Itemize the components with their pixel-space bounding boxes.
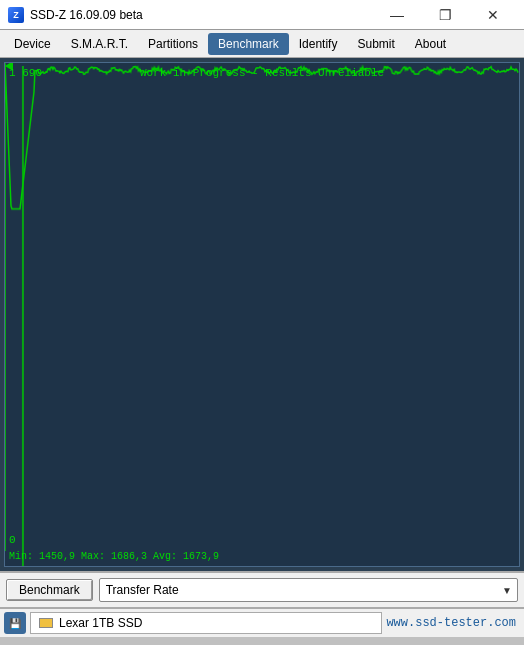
status-icon: 💾 <box>4 612 26 634</box>
menu-bar: Device S.M.A.R.T. Partitions Benchmark I… <box>0 30 524 58</box>
chart-title: Work in Progress - Results Unreliable <box>140 67 384 79</box>
status-bar: 💾 Lexar 1TB SSD www.ssd-tester.com <box>0 607 524 637</box>
main-content: 1 690 Work in Progress - Results Unrelia… <box>0 58 524 607</box>
menu-partitions[interactable]: Partitions <box>138 33 208 55</box>
menu-benchmark[interactable]: Benchmark <box>208 33 289 55</box>
menu-smart[interactable]: S.M.A.R.T. <box>61 33 138 55</box>
dropdown-container: Transfer Rate Access Time IOPS ▼ <box>99 578 518 602</box>
menu-submit[interactable]: Submit <box>347 33 404 55</box>
minimize-button[interactable]: — <box>374 1 420 29</box>
bottom-controls: Benchmark Transfer Rate Access Time IOPS… <box>0 571 524 607</box>
window-title: SSD-Z 16.09.09 beta <box>30 8 374 22</box>
benchmark-chart <box>5 63 519 566</box>
maximize-button[interactable]: ❐ <box>422 1 468 29</box>
title-bar: Z SSD-Z 16.09.09 beta — ❐ ✕ <box>0 0 524 30</box>
benchmark-button[interactable]: Benchmark <box>6 579 93 601</box>
transfer-type-dropdown[interactable]: Transfer Rate Access Time IOPS <box>99 578 518 602</box>
chart-container: 1 690 Work in Progress - Results Unrelia… <box>4 62 520 567</box>
chart-area: 1 690 Work in Progress - Results Unrelia… <box>0 58 524 571</box>
website-label: www.ssd-tester.com <box>386 616 520 630</box>
menu-device[interactable]: Device <box>4 33 61 55</box>
menu-identify[interactable]: Identify <box>289 33 348 55</box>
status-device: Lexar 1TB SSD <box>30 612 382 634</box>
device-name: Lexar 1TB SSD <box>59 616 142 630</box>
menu-about[interactable]: About <box>405 33 456 55</box>
app-icon: Z <box>8 7 24 23</box>
chart-y-max-label: 1 690 <box>9 67 42 79</box>
chart-y-min-label: 0 <box>9 534 16 546</box>
chart-stats-label: Min: 1450,9 Max: 1686,3 Avg: 1673,9 <box>9 551 219 562</box>
device-icon <box>39 618 53 628</box>
close-button[interactable]: ✕ <box>470 1 516 29</box>
window-controls: — ❐ ✕ <box>374 1 516 29</box>
